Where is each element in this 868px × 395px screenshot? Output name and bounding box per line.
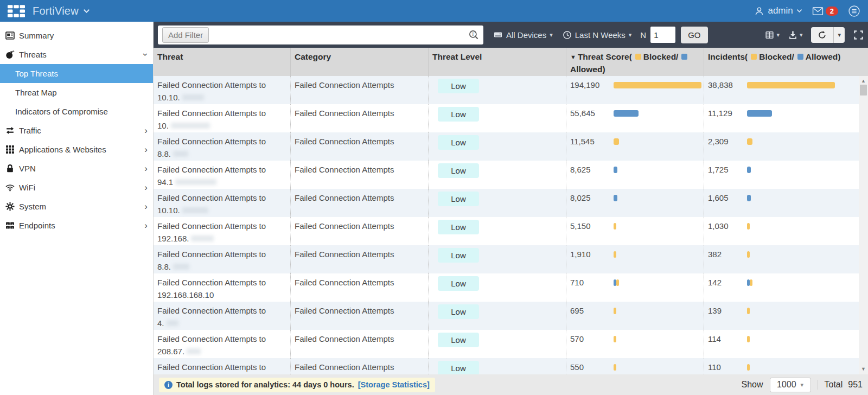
- allowed-label: Allowed): [806, 52, 841, 61]
- chevron-right-icon: ›: [144, 164, 148, 173]
- incidents-value: 1,605: [708, 192, 747, 217]
- category-cell: Failed Connection Attempts: [290, 302, 428, 330]
- threat-cell: Failed Connection Attempts to8.8.: [154, 245, 290, 273]
- n-label: N: [640, 30, 646, 40]
- table-row[interactable]: Failed Connection Attempts to192.168.Fai…: [154, 217, 868, 245]
- time-period-selector[interactable]: Last N Weeks ▾: [563, 30, 632, 40]
- text-search-icon[interactable]: T: [468, 29, 479, 40]
- fullscreen-button[interactable]: [853, 30, 864, 40]
- app-title[interactable]: FortiView: [33, 5, 79, 17]
- sidebar-item-summary[interactable]: Summary: [0, 26, 153, 45]
- value-bar: [614, 336, 616, 358]
- blue-bar-segment: [614, 167, 617, 173]
- vertical-scrollbar[interactable]: ▲ ▼: [859, 76, 868, 374]
- threat-text-line1: Failed Connection Attempts to: [157, 163, 286, 176]
- threat-level-badge: Low: [438, 333, 479, 347]
- yellow-bar-segment: [747, 223, 750, 230]
- threat-level-badge: Low: [438, 79, 479, 93]
- table-row[interactable]: Failed Connection Attempts to10.Failed C…: [154, 104, 868, 132]
- threat-level-cell: Low: [428, 132, 566, 161]
- hamburger-circle-icon: [848, 5, 860, 17]
- page-size-select[interactable]: 1000 ▾: [770, 378, 811, 392]
- export-button[interactable]: ▾: [788, 30, 803, 40]
- chevron-down-icon[interactable]: [83, 9, 90, 14]
- blue-bar-segment: [614, 110, 639, 117]
- notifications-button[interactable]: 2: [812, 7, 838, 16]
- incidents-value: 110: [708, 361, 747, 374]
- gear-icon: [5, 202, 15, 211]
- sidebar-item-traffic[interactable]: Traffic›: [0, 121, 153, 140]
- table-row[interactable]: Failed Connection Attempts to4.Failed Co…: [154, 302, 868, 330]
- n-value-input[interactable]: [650, 27, 675, 43]
- sidebar-item-applications-websites[interactable]: Applications & Websites›: [0, 140, 153, 159]
- category-cell: Failed Connection Attempts: [290, 104, 428, 132]
- menu-button[interactable]: [848, 5, 860, 17]
- table-row[interactable]: Failed Connection Attempts to8.8.Failed …: [154, 245, 868, 273]
- threat-score-cell: 1,910: [566, 245, 704, 273]
- refresh-button[interactable]: [811, 27, 833, 43]
- sidebar-item-endpoints[interactable]: Endpoints›: [0, 216, 153, 235]
- sidebar-item-wifi[interactable]: WiFi›: [0, 178, 153, 197]
- scrollbar-thumb[interactable]: [860, 85, 867, 95]
- user-menu[interactable]: admin: [754, 5, 802, 16]
- add-filter-button[interactable]: Add Filter: [162, 27, 209, 43]
- value-bar: [747, 336, 750, 358]
- value-bar: [747, 364, 750, 374]
- threat-level-cell: Low: [428, 273, 566, 302]
- sidebar-item-indicators-of-compromise[interactable]: Indicators of Compromise: [0, 102, 153, 121]
- value-bar: [747, 167, 751, 189]
- redacted-ip: [171, 123, 210, 129]
- table-view-button[interactable]: ▾: [765, 30, 780, 40]
- sidebar-item-threat-map[interactable]: Threat Map: [0, 83, 153, 102]
- incidents-cell: 142: [704, 273, 868, 302]
- threat-text-line1: Failed Connection Attempts to: [157, 361, 286, 373]
- threat-score-cell: 11,545: [566, 132, 704, 161]
- table-row[interactable]: Failed Connection Attempts to208.67.Fail…: [154, 330, 868, 358]
- threat-level-cell: Low: [428, 76, 566, 104]
- device-selector[interactable]: All Devices ▾: [493, 30, 553, 40]
- caret-down-icon: ▾: [629, 31, 632, 39]
- sidebar-item-label: Threats: [19, 50, 47, 59]
- threat-cell: Failed Connection Attempts to94.1: [154, 161, 290, 189]
- top-nav-bar: FortiView admin 2: [0, 0, 868, 22]
- threat-text-line2: 8.8.: [157, 260, 286, 273]
- table-row[interactable]: Failed Connection Attempts to10.10.Faile…: [154, 76, 868, 104]
- table-row[interactable]: Failed Connection Attempts to8.8.Failed …: [154, 132, 868, 161]
- threat-text-line1: Failed Connection Attempts to: [157, 248, 286, 260]
- table-row[interactable]: Failed Connection Attempts to192.168.168…: [154, 273, 868, 302]
- column-header-incidents[interactable]: Incidents(Blocked/Allowed): [704, 48, 868, 76]
- incidents-value: 114: [708, 333, 747, 358]
- filter-search-bar[interactable]: Add Filter T: [158, 26, 483, 44]
- value-bar: [747, 138, 752, 161]
- sidebar-item-top-threats[interactable]: Top Threats: [0, 64, 153, 83]
- sidebar-item-vpn[interactable]: VPN›: [0, 159, 153, 178]
- column-header-threat-score[interactable]: ▼Threat Score(Blocked/Allowed): [566, 48, 704, 76]
- refresh-options-button[interactable]: ▾: [833, 27, 845, 43]
- column-header-threat[interactable]: Threat: [154, 48, 290, 76]
- fullscreen-icon: [853, 30, 864, 40]
- go-button[interactable]: GO: [681, 27, 707, 43]
- threat-level-cell: Low: [428, 302, 566, 330]
- scroll-down-icon[interactable]: ▼: [861, 366, 866, 374]
- threat-score-cell: 55,645: [566, 104, 704, 132]
- scroll-up-icon[interactable]: ▲: [861, 76, 866, 85]
- table-row[interactable]: Failed Connection Attempts to10.10.Faile…: [154, 189, 868, 217]
- threat-score-cell: 570: [566, 330, 704, 358]
- column-header-threat-level[interactable]: Threat Level: [428, 48, 566, 76]
- column-header-category[interactable]: Category: [290, 48, 428, 76]
- threat-text-line2: 4.: [157, 317, 286, 329]
- threat-score-value: 55,645: [570, 107, 614, 132]
- table-row[interactable]: Failed Connection Attempts to94.1Failed …: [154, 161, 868, 189]
- category-cell: Failed Connection Attempts: [290, 330, 428, 358]
- table-grid-icon: [765, 30, 774, 40]
- table-row[interactable]: Failed Connection Attempts toFailed Conn…: [154, 358, 868, 374]
- sidebar-item-system[interactable]: System›: [0, 197, 153, 216]
- endpoints-icon: [5, 221, 15, 230]
- storage-statistics-link[interactable]: [Storage Statistics]: [358, 380, 430, 389]
- sidebar-item-threats[interactable]: Threats›: [0, 45, 153, 64]
- fortinet-logo-icon[interactable]: [8, 5, 25, 17]
- value-bar: [747, 110, 772, 132]
- caret-down-icon: ▾: [550, 31, 553, 39]
- page-size-value: 1000: [777, 380, 796, 390]
- time-period-label: Last N Weeks: [575, 30, 626, 40]
